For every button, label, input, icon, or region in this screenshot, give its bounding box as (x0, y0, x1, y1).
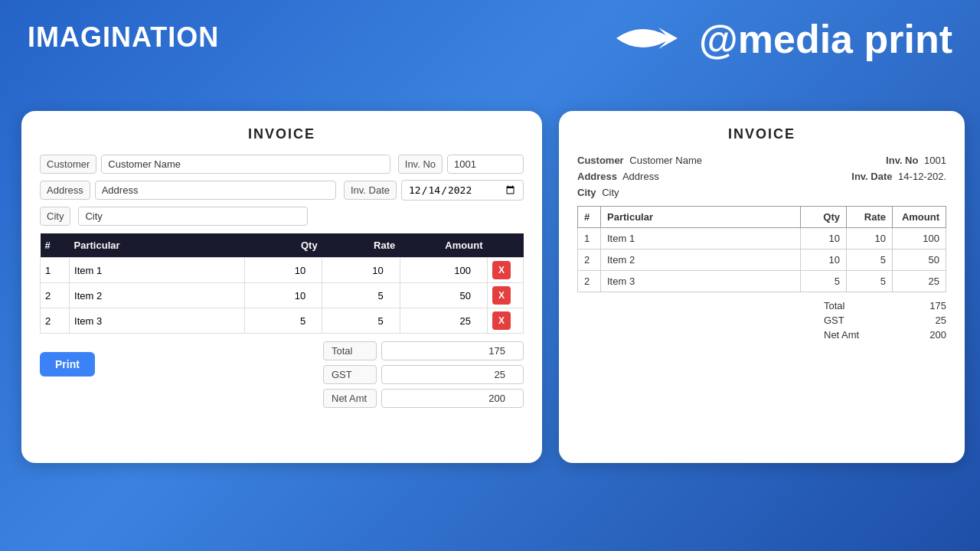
row-amount (400, 283, 487, 308)
row-num: 2 (41, 283, 70, 308)
inv-no-input[interactable] (447, 155, 524, 174)
col-particular: Particular (70, 233, 245, 258)
print-row-num: 2 (578, 271, 601, 292)
print-gst-label: GST (824, 315, 844, 326)
print-row-particular: Item 3 (601, 271, 801, 292)
amount-input[interactable] (405, 290, 482, 302)
print-row-qty: 10 (801, 228, 847, 249)
print-customer-row: Customer Customer Name Inv. No 1001 (577, 155, 946, 166)
print-col-num: # (578, 207, 601, 228)
print-row-num: 2 (578, 249, 601, 271)
print-row-num: 1 (578, 228, 601, 249)
customer-label: Customer (40, 155, 96, 174)
delete-button[interactable]: X (492, 261, 511, 279)
print-inv-no-value: 1001 (924, 155, 946, 166)
delete-button[interactable]: X (492, 311, 511, 330)
net-amt-label: Net Amt (323, 389, 377, 408)
row-delete: X (487, 308, 523, 334)
rate-input[interactable] (327, 290, 395, 302)
total-row: Total (323, 341, 524, 360)
address-label: Address (40, 181, 90, 200)
app-title: IMAGINATION (28, 21, 219, 54)
print-row-particular: Item 1 (601, 228, 801, 249)
rate-input[interactable] (327, 265, 395, 276)
print-customer-info: Customer Customer Name (577, 155, 702, 166)
invoice-table: # Particular Qty Rate Amount 1 X 2 (40, 233, 524, 334)
row-num: 2 (41, 308, 70, 334)
print-inv-date-value: 14-12-202. (898, 171, 946, 182)
particular-input[interactable] (74, 265, 240, 276)
print-inv-no-label: Inv. No (886, 155, 918, 166)
print-col-particular: Particular (601, 207, 801, 228)
particular-input[interactable] (74, 290, 240, 302)
print-inv-date-label: Inv. Date (851, 171, 892, 182)
print-row-qty: 5 (801, 271, 847, 292)
print-total-value: 175 (929, 300, 946, 311)
print-address-value: Address (622, 171, 659, 182)
row-amount (400, 258, 487, 283)
row-rate (322, 283, 400, 308)
print-col-amount: Amount (893, 207, 946, 228)
row-num: 1 (41, 258, 70, 283)
address-input[interactable] (95, 181, 336, 200)
inv-date-input[interactable] (401, 180, 524, 201)
arrow-icon (609, 14, 693, 64)
print-button[interactable]: Print (40, 352, 95, 377)
print-row-qty: 10 (801, 249, 847, 271)
col-action (487, 233, 523, 258)
net-amt-row: Net Amt (323, 389, 524, 408)
row-particular (70, 258, 245, 283)
print-totals: Total 175 GST 25 Net Amt 200 (577, 300, 946, 341)
media-print-header: @media print (609, 14, 952, 64)
print-net-amt-label: Net Amt (824, 329, 859, 341)
gst-row: GST (323, 365, 524, 384)
print-total-label: Total (824, 300, 844, 311)
address-inv-date-row: Address Inv. Date (40, 180, 524, 201)
totals-section: Total GST Net Amt (323, 341, 524, 408)
print-col-rate: Rate (847, 207, 893, 228)
col-qty: Qty (244, 233, 322, 258)
particular-input[interactable] (74, 315, 240, 327)
col-rate: Rate (322, 233, 400, 258)
city-input[interactable] (78, 207, 308, 226)
row-amount (400, 308, 487, 334)
total-label: Total (323, 341, 377, 360)
qty-input[interactable] (250, 315, 318, 327)
print-gst-row: GST 25 (824, 315, 946, 326)
row-qty (244, 283, 322, 308)
col-num: # (41, 233, 70, 258)
print-row-amount: 50 (893, 249, 946, 271)
net-amt-input[interactable] (381, 389, 524, 408)
at-symbol: @media print (699, 17, 952, 61)
print-customer-value: Customer Name (629, 155, 702, 166)
print-table-row: 2 Item 3 5 5 25 (578, 271, 946, 292)
print-customer-label: Customer (577, 155, 624, 166)
print-inv-no-info: Inv. No 1001 (886, 155, 946, 166)
table-row: 2 X (41, 283, 524, 308)
delete-button[interactable]: X (492, 286, 511, 305)
left-invoice-title: INVOICE (40, 126, 524, 142)
row-rate (322, 308, 400, 334)
print-address-label: Address (577, 171, 617, 182)
total-input[interactable] (381, 341, 524, 360)
print-table-row: 2 Item 2 10 5 50 (578, 249, 946, 271)
city-label: City (40, 207, 70, 226)
customer-input[interactable] (101, 155, 390, 174)
row-rate (322, 258, 400, 283)
qty-input[interactable] (250, 290, 318, 302)
table-row: 2 X (41, 308, 524, 334)
amount-input[interactable] (405, 315, 482, 327)
right-invoice-title: INVOICE (577, 126, 946, 142)
row-delete: X (487, 283, 523, 308)
print-gst-value: 25 (936, 315, 946, 326)
qty-input[interactable] (250, 265, 318, 276)
print-net-amt-value: 200 (929, 329, 946, 341)
amount-input[interactable] (405, 265, 482, 276)
print-city-value: City (602, 187, 619, 198)
rate-input[interactable] (327, 315, 395, 327)
right-invoice-card: INVOICE Customer Customer Name Inv. No 1… (559, 111, 965, 463)
row-qty (244, 308, 322, 334)
gst-input[interactable] (381, 365, 524, 384)
print-inv-date-info: Inv. Date 14-12-202. (851, 171, 946, 182)
print-address-info: Address Address (577, 171, 659, 182)
